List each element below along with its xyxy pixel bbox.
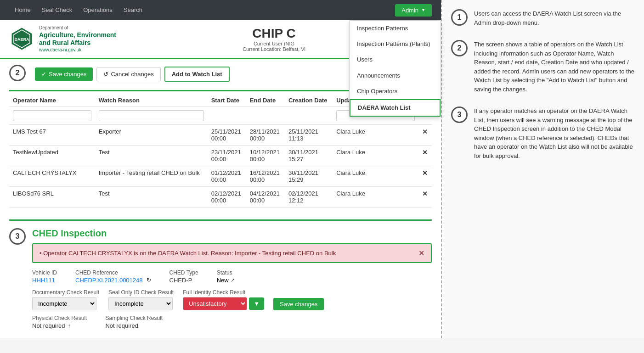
cell-start: 23/11/2021 00:00 <box>208 145 246 166</box>
refresh-icon[interactable]: ↻ <box>147 277 151 283</box>
logo-text: Department of Agriculture, Environment a… <box>39 25 116 53</box>
physical-check-value: Not required <box>32 322 65 329</box>
delete-row-button[interactable]: ✕ <box>422 169 428 177</box>
svg-text:DAERA: DAERA <box>14 37 29 42</box>
table-row: LMS Test 67 Exporter 25/11/2021 00:00 28… <box>9 124 432 145</box>
col-start-date: Start Date <box>208 94 246 107</box>
physical-check-label: Physical Check Result <box>32 315 87 321</box>
sampling-check-field: Sampling Check Result Not required <box>105 315 163 329</box>
full-id-down-button[interactable]: ▼ <box>249 297 264 310</box>
ched-ref-link[interactable]: CHEDP.XI.2021.0001248 <box>75 277 142 284</box>
cell-operator: CALTECH CRYSTALYX <box>9 166 95 186</box>
ched-type-value: CHED-P <box>169 277 192 284</box>
nav-seal-check[interactable]: Seal Check <box>36 0 78 20</box>
ched-checks: Documentary Check Result Incomplete Seal… <box>32 289 432 310</box>
ched-status-field: Status New ↗ <box>217 269 235 284</box>
annotation-item: 2 The screen shows a table of operators … <box>451 40 635 94</box>
annotation-text: The screen shows a table of operators on… <box>474 40 635 94</box>
cell-delete[interactable]: ✕ <box>418 166 432 186</box>
add-to-watchlist-button[interactable]: Add to Watch List <box>164 67 230 82</box>
filter-watch-reason[interactable] <box>99 110 204 121</box>
cell-updated-by: Ciara Luke <box>333 145 418 166</box>
sampling-check-label: Sampling Check Result <box>105 315 163 321</box>
cell-updated-by: Ciara Luke <box>333 124 418 145</box>
cell-start: 02/12/2021 00:00 <box>208 186 246 207</box>
col-watch-reason: Watch Reason <box>95 94 208 107</box>
annotation-text: If any operator matches an operator on t… <box>474 106 635 160</box>
cell-end: 04/12/2021 00:00 <box>246 186 285 207</box>
col-creation-date: Creation Date <box>285 94 333 107</box>
ched-checks2: Physical Check Result Not required ↑ Sam… <box>32 315 432 329</box>
external-link-icon[interactable]: ↗ <box>231 277 235 283</box>
ched-fields: Vehicle ID HHH111 CHED Reference CHEDP.X… <box>32 269 432 284</box>
full-id-label: Full Identity Check Result <box>183 289 264 296</box>
cell-creation: 25/11/2021 11:13 <box>285 124 333 145</box>
cell-updated-by: Ciara Luke <box>333 166 418 186</box>
cell-creation: 30/11/2021 15:29 <box>285 166 333 186</box>
save-changes-button[interactable]: ✓ Save changes <box>35 67 93 81</box>
ched-status-label: Status <box>217 269 235 276</box>
ched-section: 3 CHED Inspection • Operator CALTECH CRY… <box>0 224 441 338</box>
menu-chip-operators[interactable]: Chip Operators <box>350 84 441 99</box>
annotation-panel: 1 Users can access the DAERA Watch List … <box>441 0 644 338</box>
cancel-icon: ↺ <box>103 71 108 78</box>
upload-icon[interactable]: ↑ <box>68 322 71 329</box>
delete-row-button[interactable]: ✕ <box>422 128 428 135</box>
vehicle-id-field: Vehicle ID HHH111 <box>32 269 57 284</box>
cell-end: 10/12/2021 00:00 <box>246 145 285 166</box>
col-operator-name: Operator Name <box>9 94 95 107</box>
cell-operator: LMS Test 67 <box>9 124 95 145</box>
full-id-check-group: Full Identity Check Result Unsatisfactor… <box>183 289 264 310</box>
menu-users[interactable]: Users <box>350 52 441 67</box>
admin-dropdown-btn[interactable]: Admin <box>395 4 432 17</box>
seal-check-select[interactable]: Incomplete <box>108 297 173 310</box>
cell-creation: 30/11/2021 15:27 <box>285 145 333 166</box>
annotation-text: Users can access the DAERA Watch List sc… <box>474 9 635 27</box>
seal-check-group: Seal Only ID Check Result Incomplete <box>108 289 174 310</box>
separator-line-2 <box>9 219 432 221</box>
daera-logo: DAERA <box>9 26 34 51</box>
save-ched-button[interactable]: Save changes <box>273 298 324 310</box>
logo-area: DAERA Department of Agriculture, Environ… <box>9 25 116 53</box>
doc-check-select[interactable]: Incomplete <box>32 297 96 310</box>
ched-type-field: CHED Type CHED-P <box>169 269 198 284</box>
cell-reason: Exporter <box>95 124 208 145</box>
checkmark-icon: ✓ <box>41 71 46 78</box>
documentary-check-group: Documentary Check Result Incomplete <box>32 289 99 310</box>
menu-inspection-patterns-plants[interactable]: Inspection Patterns (Plants) <box>350 36 441 52</box>
nav-search[interactable]: Search <box>118 0 148 20</box>
alert-text: • Operator CALTECH CRYSTALYX is on the D… <box>40 250 336 257</box>
alert-close-button[interactable]: ✕ <box>418 249 424 258</box>
full-id-check-select[interactable]: Unsatisfactory <box>183 297 247 310</box>
cell-delete[interactable]: ✕ <box>418 124 432 145</box>
table-row: CALTECH CRYSTALYX Importer - Testing ret… <box>9 166 432 186</box>
cancel-changes-button[interactable]: ↺ Cancel changes <box>96 67 160 81</box>
delete-row-button[interactable]: ✕ <box>422 190 428 197</box>
ched-type-label: CHED Type <box>169 269 198 276</box>
cell-delete[interactable]: ✕ <box>418 186 432 207</box>
cell-reason: Test <box>95 186 208 207</box>
delete-row-button[interactable]: ✕ <box>422 149 428 156</box>
col-end-date: End Date <box>246 94 285 107</box>
navbar: Home Seal Check Operations Search Admin … <box>0 0 441 20</box>
cell-delete[interactable]: ✕ <box>418 145 432 166</box>
table-row: TestNewUpdated Test 23/11/2021 00:00 10/… <box>9 145 432 166</box>
cell-reason: Importer - Testing retail CHED on Bulk <box>95 166 208 186</box>
sampling-check-value: Not required <box>105 322 138 329</box>
doc-check-label: Documentary Check Result <box>32 289 99 296</box>
cell-end: 28/11/2021 00:00 <box>246 124 285 145</box>
cell-start: 01/12/2021 00:00 <box>208 166 246 186</box>
nav-home[interactable]: Home <box>9 0 36 20</box>
nav-operations[interactable]: Operations <box>78 0 118 20</box>
vehicle-id-link[interactable]: HHH111 <box>32 277 55 284</box>
menu-inspection-patterns[interactable]: Inspection Patterns <box>350 21 441 36</box>
menu-announcements[interactable]: Announcements <box>350 68 441 84</box>
menu-daera-watch-list[interactable]: DAERA Watch List <box>350 99 441 117</box>
cell-operator: LIBOSd76 SRL <box>9 186 95 207</box>
ched-status-value: New ↗ <box>217 277 235 284</box>
toolbar-badge-2: 2 <box>9 65 26 81</box>
cell-end: 16/12/2021 00:00 <box>246 166 285 186</box>
filter-operator-name[interactable] <box>13 110 91 121</box>
vehicle-id-label: Vehicle ID <box>32 269 57 276</box>
cell-start: 25/11/2021 00:00 <box>208 124 246 145</box>
